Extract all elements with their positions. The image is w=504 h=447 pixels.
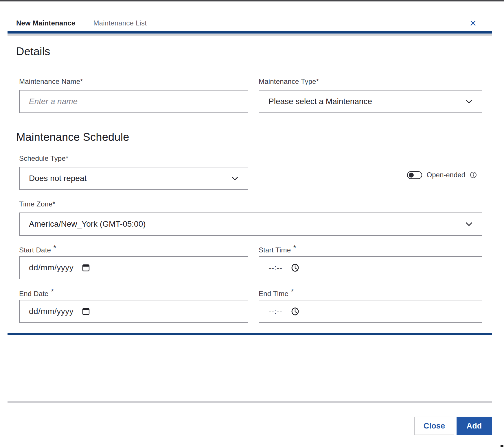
start-date-field-group: Start Date* dd/mm/yyyy <box>19 245 248 279</box>
end-date-input[interactable]: dd/mm/yyyy <box>19 300 248 323</box>
start-date-label: Start Date* <box>19 245 248 254</box>
info-icon[interactable] <box>470 171 477 178</box>
end-time-input[interactable]: --:-- <box>259 300 482 323</box>
maintenance-type-select[interactable]: Please select a Maintenance <box>259 90 482 113</box>
required-asterisk: * <box>293 243 296 252</box>
body-divider-navy <box>8 333 492 335</box>
start-time-label: Start Time* <box>259 245 482 254</box>
tab-new-maintenance[interactable]: New Maintenance <box>16 18 75 28</box>
start-date-placeholder: dd/mm/yyyy <box>29 263 73 272</box>
calendar-icon[interactable] <box>82 263 90 272</box>
end-time-label: End Time* <box>259 289 482 298</box>
maintenance-type-label: Maintenance Type* <box>259 77 482 86</box>
screen-corner-artifact <box>501 445 503 447</box>
schedule-type-selected-value: Does not repeat <box>29 174 87 183</box>
end-time-field-group: End Time* --:-- <box>259 289 482 323</box>
close-icon <box>470 20 477 27</box>
schedule-type-label: Schedule Type* <box>19 154 248 163</box>
start-time-field-group: Start Time* --:-- <box>259 245 482 279</box>
close-dialog-button[interactable] <box>469 19 477 27</box>
time-zone-field-group: Time Zone* America/New_York (GMT-05:00) <box>19 200 482 236</box>
maintenance-type-field-group: Maintenance Type* Please select a Mainte… <box>259 77 482 113</box>
add-button[interactable]: Add <box>457 417 492 435</box>
required-asterisk: * <box>291 287 294 296</box>
maintenance-name-label: Maintenance Name* <box>19 77 248 86</box>
schedule-type-field-group: Schedule Type* Does not repeat <box>19 154 248 190</box>
dialog-footer: Close Add <box>8 417 492 435</box>
end-time-placeholder: --:-- <box>268 307 282 316</box>
calendar-icon[interactable] <box>82 307 90 316</box>
open-ended-label: Open-ended <box>427 171 465 179</box>
maintenance-name-input[interactable] <box>29 97 239 106</box>
chevron-down-icon <box>465 99 473 104</box>
open-ended-toggle-group: Open-ended <box>248 171 482 179</box>
end-date-field-group: End Date* dd/mm/yyyy <box>19 289 248 323</box>
tab-bar: New Maintenance Maintenance List <box>8 18 147 28</box>
dialog-header: New Maintenance Maintenance List <box>8 1 492 28</box>
schedule-type-select[interactable]: Does not repeat <box>19 167 248 190</box>
toggle-knob <box>409 173 414 178</box>
open-ended-toggle[interactable] <box>407 171 422 179</box>
maintenance-name-field-group: Maintenance Name* <box>19 77 248 113</box>
time-zone-selected-value: America/New_York (GMT-05:00) <box>29 219 146 229</box>
clock-icon[interactable] <box>290 263 300 272</box>
chevron-down-icon <box>465 221 473 227</box>
clock-icon[interactable] <box>290 307 300 316</box>
end-date-placeholder: dd/mm/yyyy <box>29 307 73 316</box>
required-asterisk: * <box>53 243 56 252</box>
schedule-section-title: Maintenance Schedule <box>16 131 482 143</box>
start-time-input[interactable]: --:-- <box>259 256 482 279</box>
tab-maintenance-list[interactable]: Maintenance List <box>93 18 147 28</box>
end-date-label: End Date* <box>19 289 248 298</box>
time-zone-select[interactable]: America/New_York (GMT-05:00) <box>19 213 482 236</box>
header-divider-navy <box>8 31 492 34</box>
maintenance-type-selected-value: Please select a Maintenance <box>268 97 372 106</box>
required-asterisk: * <box>51 287 54 296</box>
maintenance-name-field <box>19 90 248 113</box>
close-button[interactable]: Close <box>414 417 454 435</box>
footer-divider-gray <box>8 401 492 403</box>
start-date-input[interactable]: dd/mm/yyyy <box>19 256 248 279</box>
header-divider-gray <box>8 34 492 36</box>
start-time-placeholder: --:-- <box>268 263 282 272</box>
chevron-down-icon <box>231 176 239 181</box>
time-zone-label: Time Zone* <box>19 200 482 208</box>
details-section-title: Details <box>16 45 482 58</box>
